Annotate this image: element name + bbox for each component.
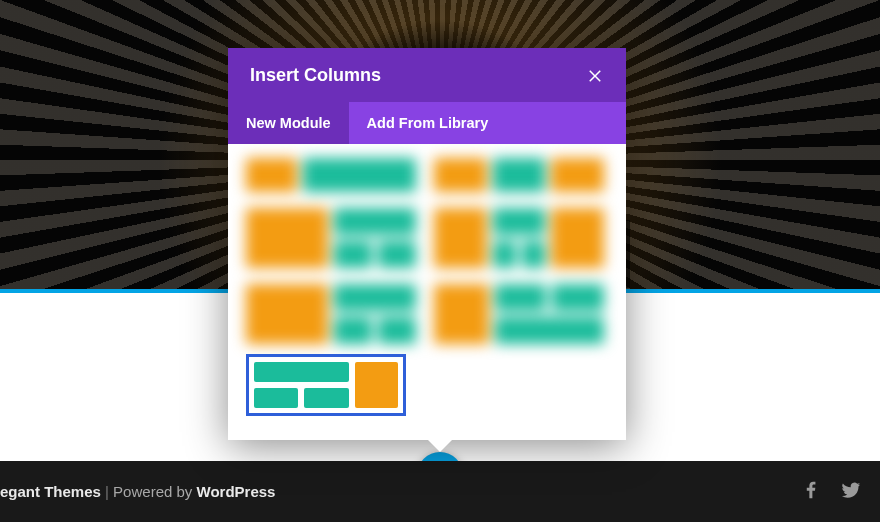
- footer-credits: egant Themes | Powered by WordPress: [0, 483, 275, 500]
- modal-body: [228, 144, 626, 440]
- modal-header: Insert Columns: [228, 48, 626, 102]
- tab-label: New Module: [246, 115, 331, 131]
- footer-sep: |: [101, 483, 113, 500]
- column-layout-option[interactable]: [246, 208, 416, 268]
- layout-grid-blurred: [246, 156, 608, 344]
- modal-pointer: [428, 440, 452, 452]
- column-layout-option[interactable]: [434, 158, 604, 192]
- insert-columns-modal: Insert Columns New Module Add From Libra…: [228, 48, 626, 440]
- column-layout-option[interactable]: [434, 208, 604, 268]
- tab-add-from-library[interactable]: Add From Library: [349, 102, 507, 144]
- footer-powered-prefix: Powered by: [113, 483, 196, 500]
- footer-brand: egant Themes: [0, 483, 101, 500]
- twitter-icon[interactable]: [840, 479, 862, 504]
- modal-title: Insert Columns: [250, 65, 381, 86]
- tab-new-module[interactable]: New Module: [228, 102, 349, 144]
- modal-tabs: New Module Add From Library: [228, 102, 626, 144]
- column-layout-option[interactable]: [434, 284, 604, 344]
- tab-label: Add From Library: [367, 115, 489, 131]
- column-layout-option[interactable]: [246, 158, 416, 192]
- column-layout-option-highlighted[interactable]: [246, 354, 406, 416]
- column-layout-option[interactable]: [246, 284, 416, 344]
- footer: egant Themes | Powered by WordPress: [0, 461, 880, 522]
- facebook-icon[interactable]: [800, 479, 822, 504]
- footer-powered-name: WordPress: [197, 483, 276, 500]
- footer-social: [800, 479, 862, 504]
- close-icon[interactable]: [586, 66, 604, 84]
